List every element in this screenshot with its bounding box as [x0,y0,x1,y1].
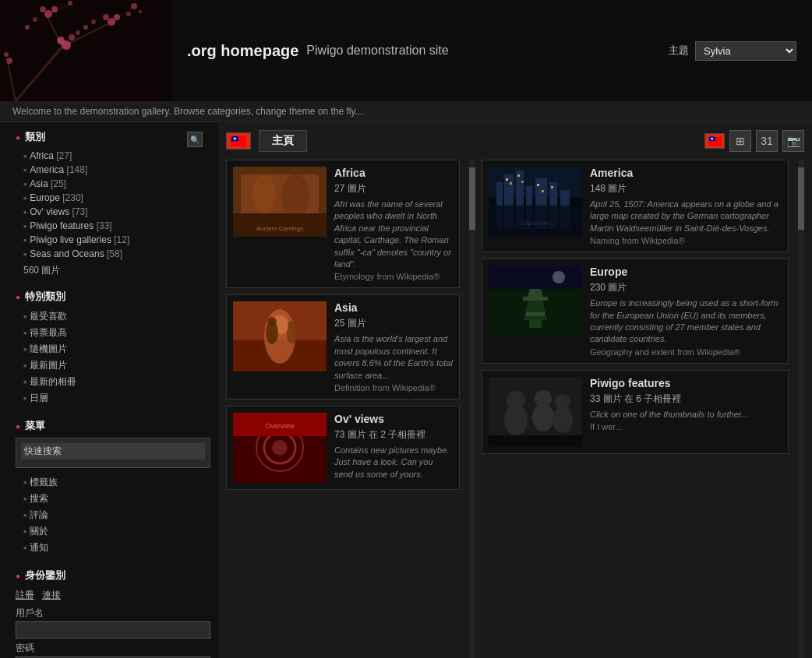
grid-view-icon[interactable]: ⊞ [729,130,751,152]
cat-desc-asia: Asia is the world's largest and most pop… [334,333,453,382]
special-new-albums[interactable]: 最新的相冊 [30,375,76,389]
menu-about[interactable]: 關於 [30,525,48,538]
svg-rect-70 [523,297,548,301]
category-card-africa[interactable]: Ancient Carvings Africa 27 圖片 Afri was t… [226,160,460,288]
cat-name-ov[interactable]: Ov' views [334,413,453,425]
list-item[interactable]: Ov' views [73] [23,205,210,219]
list-item[interactable]: Seas and Oceans [58] [23,247,210,261]
list-item[interactable]: 日層 [23,390,210,406]
svg-point-38 [267,317,277,326]
svg-text:City Skyline: City Skyline [521,220,550,227]
list-item[interactable]: 標籤族 [23,474,210,491]
list-item[interactable]: 隨機圖片 [23,341,210,357]
svg-point-23 [126,12,131,16]
menu-list: 標籤族 搜索 評論 關於 通知 [16,474,210,556]
flag-icon-tw[interactable]: 🇹🇼 [226,132,251,150]
svg-point-10 [108,18,115,26]
special-best-rated[interactable]: 得票最高 [30,326,67,340]
category-info-africa: Africa 27 圖片 Afri was the name of severa… [334,167,453,281]
category-card-europe[interactable]: Europe 230 圖片 Europe is increasingly bei… [482,259,789,364]
svg-point-78 [532,403,554,431]
login-section: 註冊 連接 用戶名 密碼 自動連接 確認 [16,589,210,658]
scroll-area [466,160,475,658]
connect-link[interactable]: 連接 [42,589,61,602]
list-item[interactable]: Piwigo features [33] [23,219,210,233]
category-link-ov-views[interactable]: Ov' views [73] [30,206,87,217]
menu-section: 菜單 快速搜索 標籤族 搜索 評論 關於 通知 [16,419,210,556]
camera-view-icon[interactable]: 📷 [782,130,804,152]
flag-icon-tw2[interactable]: 🇹🇼 [704,133,725,149]
categories-title: 類別 🔍 [16,130,210,144]
username-label: 用戶名 [16,607,210,620]
cat-count-america: 148 圖片 [590,182,782,195]
username-input[interactable] [16,621,210,639]
cherry-blossom-decoration [0,0,171,101]
right-panel: City Skyline America 148 圖片 April 25, 15… [482,160,789,658]
list-item[interactable]: Asia [25] [23,177,210,191]
cat-name-europe[interactable]: Europe [590,266,782,278]
category-link-piwigo-live[interactable]: Piwigo live galleries [12] [30,234,129,245]
svg-point-22 [91,19,96,24]
scrollbar-thumb-right[interactable] [798,167,804,230]
list-item[interactable]: 得票最高 [23,325,210,341]
svg-point-73 [553,271,565,283]
list-item[interactable]: 通知 [23,540,210,556]
identity-section: 身份鑒別 註冊 連接 用戶名 密碼 自動連接 確認 [16,568,210,658]
menu-comments[interactable]: 評論 [30,508,48,522]
list-item[interactable]: Africa [27] [23,149,210,163]
demo-title: Piwigo demonstration site [306,44,448,58]
svg-point-25 [33,17,37,22]
expand-icon[interactable]: 🔍 [187,132,203,147]
special-new-photos[interactable]: 最新圖片 [30,359,67,372]
scrollbar-thumb[interactable] [469,167,475,230]
scrollbar-track-right[interactable] [798,160,804,658]
special-favorites[interactable]: 最受喜歡 [30,310,67,323]
svg-rect-59 [517,174,520,177]
svg-point-12 [103,14,109,20]
scrollbar-track[interactable] [469,160,475,658]
svg-rect-63 [551,186,553,188]
category-link-africa[interactable]: Africa [27] [30,150,72,161]
category-link-asia[interactable]: Asia [25] [30,178,66,189]
category-card-america[interactable]: City Skyline America 148 圖片 April 25, 15… [482,160,789,252]
list-item[interactable]: 搜索 [23,491,210,507]
list-item[interactable]: 最受喜歡 [23,308,210,325]
register-link[interactable]: 註冊 [16,589,34,602]
thumbnail-asia [233,301,327,371]
list-item[interactable]: 最新圖片 [23,357,210,374]
category-link-piwigo-features[interactable]: Piwigo features [33] [30,220,111,231]
special-random[interactable]: 隨機圖片 [30,343,67,356]
menu-notify[interactable]: 通知 [30,541,48,554]
cat-name-africa[interactable]: Africa [334,167,453,179]
svg-point-13 [44,10,52,18]
list-item[interactable]: Piwigo live galleries [12] [23,233,210,247]
cat-name-asia[interactable]: Asia [334,301,453,314]
cat-desc-ov: Contains new pictures maybe. Just have a… [334,445,453,480]
thumbnail-ov: Overview [233,413,327,483]
special-calendar[interactable]: 日層 [30,392,48,405]
cat-name-piwigo[interactable]: Piwigo features [590,377,782,389]
svg-point-17 [68,1,72,5]
category-link-america[interactable]: America [148] [30,164,87,175]
list-item[interactable]: 關於 [23,523,210,540]
list-item[interactable]: America [148] [23,163,210,177]
category-card-ov[interactable]: Overview Ov' views 73 圖片 在 2 子相冊裡 Contai… [226,406,460,490]
cat-name-america[interactable]: America [590,167,782,179]
list-item[interactable]: 最新的相冊 [23,374,210,390]
theme-select[interactable]: Sylvia Default Clear [695,41,796,61]
list-item[interactable]: 評論 [23,507,210,523]
category-link-europe[interactable]: Europe [230] [30,192,83,203]
list-item[interactable]: Europe [230] [23,191,210,205]
page-title: 主頁 [259,130,307,152]
category-card-piwigo[interactable]: Piwigo features 33 圖片 在 6 子相冊裡 Click on … [482,370,789,454]
menu-tags[interactable]: 標籤族 [30,476,58,489]
svg-point-8 [57,37,65,44]
category-link-seas[interactable]: Seas and Oceans [58] [30,248,122,259]
svg-rect-57 [506,178,508,181]
category-card-asia[interactable]: Asia 25 圖片 Asia is the world's largest a… [226,294,460,399]
quick-search-box: 快速搜索 [16,438,210,468]
cat-count-ov: 73 圖片 在 2 子相冊裡 [334,428,453,442]
scroll-bar-right [795,160,804,658]
menu-search[interactable]: 搜索 [30,492,48,505]
calendar-view-icon[interactable]: 31 [756,130,778,152]
